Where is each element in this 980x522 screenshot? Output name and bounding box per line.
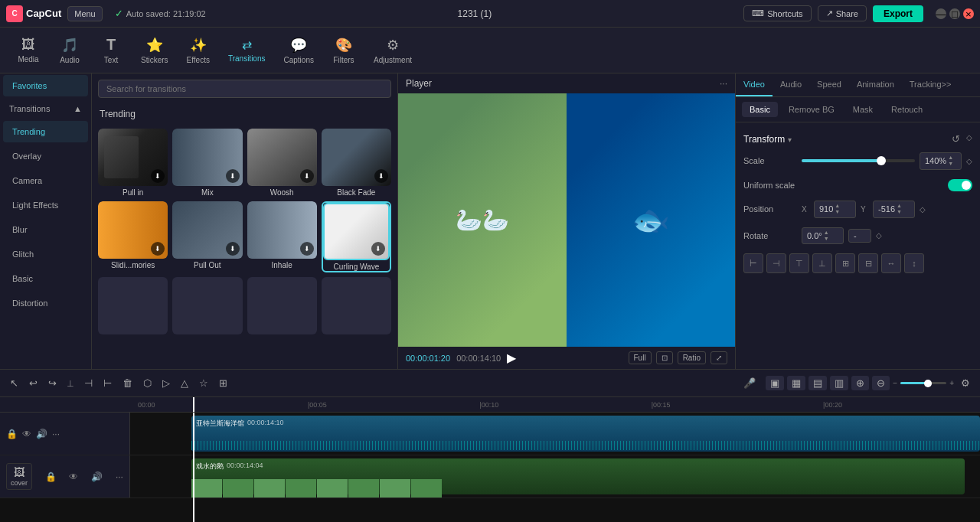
transition-curling-wave[interactable]: ⬇ Curling Wave [322, 201, 391, 272]
pos-y-arrows[interactable]: ▲ ▼ [897, 203, 902, 216]
zoom-thumb[interactable] [924, 380, 932, 387]
minimize-button[interactable]: — [936, 8, 946, 19]
track-1-lock[interactable]: 🔒 [6, 429, 18, 439]
track-1-audio[interactable]: 🔊 [36, 429, 47, 439]
sidebar-item-basic[interactable]: Basic [3, 268, 88, 289]
align-right-button[interactable]: ⊤ [789, 253, 809, 273]
track-1-more[interactable]: ··· [52, 429, 60, 439]
cut-tool[interactable]: ⊢ [100, 375, 116, 391]
cursor-tool[interactable]: ↖ [6, 375, 22, 391]
play-tool[interactable]: ▷ [158, 375, 174, 391]
maximize-button[interactable]: □ [949, 8, 960, 19]
zoom-out-icon[interactable]: − [893, 379, 897, 387]
track-type-2[interactable]: ▦ [787, 376, 805, 390]
subtab-basic[interactable]: Basic [742, 102, 778, 117]
diamond-icon[interactable]: ◇ [966, 133, 972, 145]
tool-captions[interactable]: 💬 Captions [276, 32, 322, 69]
play-button[interactable]: ▶ [507, 351, 516, 365]
reset-icon[interactable]: ↺ [952, 133, 960, 145]
transition-mix[interactable]: ⬇ Mix [172, 129, 242, 197]
tool-stickers[interactable]: ⭐ Stickers [133, 32, 176, 69]
mark-tool[interactable]: △ [177, 375, 192, 391]
share-button[interactable]: ↗ Share [818, 5, 867, 21]
tab-video[interactable]: Video [736, 73, 773, 96]
align-top-button[interactable]: ⊥ [812, 253, 832, 273]
expand-button[interactable]: ⤢ [710, 351, 727, 364]
track-2-audio[interactable]: 🔊 [91, 471, 103, 482]
align-center-h-button[interactable]: ⊣ [766, 253, 786, 273]
track-type-4[interactable]: ▥ [830, 376, 848, 390]
zoom-in-icon[interactable]: + [949, 379, 954, 387]
sidebar-item-overlay[interactable]: Overlay [3, 145, 88, 167]
track-type-3[interactable]: ▤ [808, 376, 827, 390]
rotate-value-box[interactable]: 0.0° ▲ ▼ [802, 227, 844, 245]
sidebar-item-camera[interactable]: Camera [3, 170, 88, 191]
star-tool[interactable]: ☆ [195, 375, 212, 391]
shape-tool[interactable]: ⬡ [139, 375, 155, 391]
flip-h-button[interactable]: ↔ [881, 253, 901, 273]
cover-badge[interactable]: 🖼 cover [6, 463, 32, 490]
align-bottom-button[interactable]: ⊟ [858, 253, 878, 273]
align-left-button[interactable]: ⊢ [743, 253, 763, 273]
fit-screen-button[interactable]: ⊡ [656, 351, 673, 364]
transition-pull-in[interactable]: ⬇ Pull in [98, 129, 168, 197]
flip-v-button[interactable]: ↕ [904, 253, 924, 273]
more-transition-4[interactable] [322, 277, 391, 334]
rotate-dash-box[interactable]: - [848, 229, 871, 243]
scale-diamond[interactable]: ◇ [966, 157, 972, 165]
sidebar-item-light-effects[interactable]: Light Effects [3, 194, 88, 216]
pos-x-arrows[interactable]: ▲ ▼ [835, 203, 840, 216]
settings-button[interactable]: ⚙ [957, 375, 974, 391]
split-tool[interactable]: ⟂ [64, 375, 77, 391]
tool-filters[interactable]: 🎨 Filters [325, 32, 363, 69]
scale-slider[interactable] [802, 159, 915, 162]
close-button[interactable]: × [963, 8, 974, 19]
sidebar-item-trending[interactable]: Trending [3, 121, 88, 142]
trim-tool[interactable]: ⊣ [80, 375, 96, 391]
track-2-more[interactable]: ··· [116, 471, 123, 482]
more-transition-2[interactable] [172, 277, 242, 334]
sidebar-item-blur[interactable]: Blur [3, 219, 88, 240]
player-menu-icon[interactable]: ··· [720, 78, 727, 89]
export-button[interactable]: Export [873, 5, 923, 22]
tab-audio[interactable]: Audio [773, 73, 809, 96]
transition-woosh[interactable]: ⬇ Woosh [247, 129, 317, 197]
tab-tracking[interactable]: Tracking>> [902, 73, 959, 96]
tool-audio[interactable]: 🎵 Audio [51, 32, 89, 69]
track-2-eye[interactable]: 👁 [69, 471, 78, 482]
tab-speed[interactable]: Speed [809, 73, 849, 96]
menu-button[interactable]: Menu [67, 6, 103, 21]
crop-tool[interactable]: ⊞ [215, 375, 231, 391]
scale-down-arrow[interactable]: ▼ [948, 161, 953, 167]
zoom-slider[interactable] [900, 382, 946, 384]
more-transition-1[interactable] [98, 277, 168, 334]
align-center-v-button[interactable]: ⊞ [835, 253, 855, 273]
track-1-eye[interactable]: 👁 [22, 429, 31, 439]
track-type-5[interactable]: ⊕ [851, 376, 869, 390]
uniform-scale-toggle[interactable] [948, 179, 972, 191]
undo-button[interactable]: ↩ [25, 375, 41, 391]
tool-adjustment[interactable]: ⚙ Adjustment [366, 32, 420, 69]
ratio-button[interactable]: Ratio [678, 351, 706, 364]
rotate-diamond[interactable]: ◇ [876, 231, 882, 240]
tool-media[interactable]: 🖼 Media [9, 32, 47, 68]
scale-up-arrow[interactable]: ▲ [948, 155, 953, 161]
track-type-6[interactable]: ⊖ [872, 376, 890, 390]
subtab-retouch[interactable]: Retouch [884, 102, 930, 117]
tool-transitions[interactable]: ⇄ Transitions [220, 33, 273, 67]
pos-diamond[interactable]: ◇ [920, 205, 926, 214]
subtab-mask[interactable]: Mask [845, 102, 880, 117]
scale-value-box[interactable]: 140% ▲ ▼ [920, 152, 962, 170]
track-type-1[interactable]: ▣ [766, 376, 784, 390]
transition-sliding[interactable]: ⬇ Slidi...mories [98, 201, 168, 272]
fullscreen-button[interactable]: Full [629, 351, 652, 364]
redo-button[interactable]: ↪ [44, 375, 60, 391]
scale-slider-thumb[interactable] [877, 156, 886, 165]
tool-text[interactable]: T Text [92, 31, 130, 69]
tab-animation[interactable]: Animation [849, 73, 902, 96]
more-transition-3[interactable] [247, 277, 317, 334]
delete-tool[interactable]: 🗑 [119, 375, 136, 391]
transition-black-fade[interactable]: ⬇ Black Fade [322, 129, 391, 197]
pos-x-box[interactable]: 910 ▲ ▼ [814, 201, 856, 218]
sidebar-item-glitch[interactable]: Glitch [3, 243, 88, 265]
